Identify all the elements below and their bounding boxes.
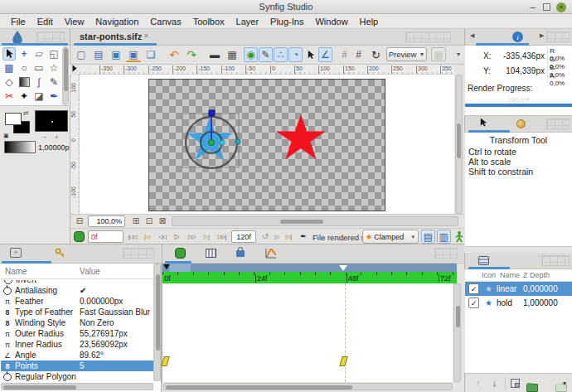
- seek-end-button[interactable]: ▷▷|: [215, 230, 229, 243]
- tab-timetrack[interactable]: [175, 248, 186, 259]
- toggle-onion-skin-button[interactable]: ◉: [244, 47, 258, 62]
- layer-row-hold[interactable]: ✓ ★ hold 1,000000: [465, 296, 572, 310]
- outline-color-swatch[interactable]: [5, 113, 22, 125]
- maximize-button[interactable]: [543, 3, 550, 11]
- undo-button[interactable]: ↶: [167, 47, 182, 62]
- group-layer-button[interactable]: [511, 379, 520, 388]
- layers-menu-caret[interactable]: ▾: [560, 378, 570, 390]
- current-color-swatch[interactable]: [35, 110, 68, 132]
- toggle-snap-button[interactable]: ∴: [274, 47, 288, 62]
- panel-drag-handle[interactable]: [541, 255, 570, 266]
- menu-file[interactable]: File: [5, 17, 32, 27]
- layers-zdepth-header[interactable]: Z Depth: [523, 271, 550, 279]
- params-name-header[interactable]: Name: [5, 267, 27, 276]
- document-tab-close-icon[interactable]: ✕: [143, 32, 149, 40]
- panel-drag-handle[interactable]: [546, 119, 570, 129]
- swap-colors-icon[interactable]: ⇄: [23, 109, 29, 117]
- synfig-logo-icon[interactable]: [12, 31, 23, 43]
- keyframe-marker-0f[interactable]: [161, 356, 169, 366]
- tool-gradient[interactable]: [17, 75, 31, 89]
- timetrack-horizontal-scrollbar[interactable]: [163, 383, 453, 390]
- menu-window[interactable]: Window: [309, 17, 353, 27]
- preview-dropdown-button[interactable]: Preview ▼: [386, 47, 427, 61]
- animate-mode-icon[interactable]: [454, 230, 464, 243]
- zoom-fit-button[interactable]: ⊠: [157, 215, 168, 227]
- menu-plugins[interactable]: Plug-Ins: [264, 17, 309, 27]
- save-document-button[interactable]: ▣: [109, 47, 124, 62]
- params-horizontal-scrollbar-handle[interactable]: [3, 385, 76, 390]
- render-file-button[interactable]: ▥: [437, 230, 451, 244]
- params-horizontal-scrollbar[interactable]: [1, 383, 153, 390]
- tool-rectangle[interactable]: ▭: [32, 61, 46, 75]
- next-keyframe-button[interactable]: ▷|: [200, 230, 214, 243]
- render-settings-button[interactable]: ▬: [207, 47, 222, 62]
- interpolation-dropdown[interactable]: ◆ Clamped ▾: [362, 230, 419, 244]
- play-bounds-button[interactable]: ▷: [272, 230, 283, 243]
- canvas-vertical-scrollbar[interactable]: [455, 75, 463, 214]
- tool-draw[interactable]: ✎: [47, 75, 61, 89]
- param-row-antialiasing[interactable]: Antialiasing ✔: [1, 285, 153, 296]
- zoom-in-button[interactable]: ⊞: [130, 215, 142, 227]
- menu-layer[interactable]: Layer: [230, 17, 265, 27]
- toggle-keyframe-lock-button[interactable]: ✎: [259, 47, 273, 62]
- time-cursor-marker[interactable]: [339, 265, 347, 271]
- toolbox-scrollbar[interactable]: [62, 46, 69, 105]
- preview-settings-button[interactable]: ▦: [225, 47, 240, 62]
- add-group-button[interactable]: [526, 384, 538, 392]
- onion-skin-toggle-icon[interactable]: [74, 231, 85, 242]
- layer-row-linear[interactable]: ✓ ★ linear 0,000000: [465, 282, 572, 296]
- param-row-type-of-feather[interactable]: 8 Type of Feather Fast Gaussian Blur: [1, 307, 153, 317]
- tool-mirror[interactable]: ▱: [32, 47, 46, 60]
- toggle-time-measure-button[interactable]: ◔: [288, 47, 303, 62]
- seek-begin-button[interactable]: |◁◁: [125, 230, 139, 243]
- prev-keyframe-button[interactable]: |◁: [140, 230, 154, 243]
- toolbox-scrollbar-handle[interactable]: [64, 48, 68, 91]
- render-preview-button[interactable]: ▤: [421, 230, 435, 244]
- reset-colors-icon[interactable]: ▣: [3, 133, 9, 139]
- selection-handles-overlay[interactable]: [174, 104, 257, 186]
- minimize-button[interactable]: –: [527, 2, 538, 12]
- document-tab-label[interactable]: star-ponts.sifz: [80, 31, 142, 41]
- panel-drag-handle[interactable]: [36, 31, 65, 42]
- params-vertical-scrollbar[interactable]: [153, 264, 161, 381]
- tool-brush[interactable]: ✦: [17, 90, 31, 103]
- prev-frame-button[interactable]: ◁◁: [155, 230, 169, 243]
- show-grid-button[interactable]: #: [337, 47, 351, 62]
- tool-smooth-move[interactable]: +: [17, 47, 31, 60]
- tab-keyframes-film-icon[interactable]: [206, 249, 216, 258]
- new-document-button[interactable]: ▢: [74, 47, 89, 62]
- menu-toolbox[interactable]: Toolbox: [187, 17, 230, 27]
- params-vertical-scrollbar-handle[interactable]: [156, 274, 160, 351]
- panel-drag-handle[interactable]: [405, 31, 451, 42]
- render-button[interactable]: ▦: [431, 47, 446, 61]
- timetrack-ruler[interactable]: 0f 24f 48f 72f: [162, 272, 457, 283]
- loop-button[interactable]: ↺: [259, 230, 271, 243]
- keyframe-marker-48f[interactable]: [339, 356, 347, 366]
- brush-size-decrease[interactable]: −: [43, 133, 47, 141]
- menu-help[interactable]: Help: [354, 17, 385, 27]
- lower-layer-button[interactable]: ↓: [488, 377, 501, 390]
- tool-cut[interactable]: ✂: [2, 90, 16, 103]
- raise-layer-button[interactable]: ↑: [472, 377, 484, 390]
- tool-eyedropper[interactable]: ✒: [47, 90, 61, 103]
- tab-keyframes-key-icon[interactable]: [55, 248, 65, 259]
- param-row-feather[interactable]: π Feather 0.000000px: [1, 296, 153, 307]
- param-row-inner-radius[interactable]: π Inner Radius 23,569092px: [1, 339, 153, 350]
- tool-fill[interactable]: ◪: [32, 90, 46, 103]
- brush-size-value[interactable]: 1,00000p: [38, 143, 70, 152]
- snap-grid-button[interactable]: #: [351, 47, 366, 62]
- zoom-level-field[interactable]: 100,0%: [88, 215, 125, 227]
- layers-name-header[interactable]: Name: [500, 271, 520, 279]
- toggle-angle-button[interactable]: ∠: [318, 47, 332, 62]
- canvas-horizontal-scrollbar-handle[interactable]: [280, 220, 323, 224]
- current-time-field[interactable]: 0f: [88, 230, 124, 243]
- param-row-winding-style[interactable]: 8 Winding Style Non Zero: [1, 317, 153, 328]
- tab-parameters[interactable]: ✧: [10, 248, 22, 258]
- tool-scale[interactable]: ◱: [47, 47, 61, 60]
- layer-visibility-checkbox[interactable]: ✓: [468, 283, 479, 294]
- timetrack-vertical-scrollbar-handle[interactable]: [456, 306, 460, 327]
- cursor-tool-button[interactable]: [303, 47, 318, 62]
- keyframe-pen-icon[interactable]: ✒: [298, 230, 309, 243]
- menu-view[interactable]: View: [59, 17, 90, 27]
- tool-polygon[interactable]: ◇: [2, 75, 16, 89]
